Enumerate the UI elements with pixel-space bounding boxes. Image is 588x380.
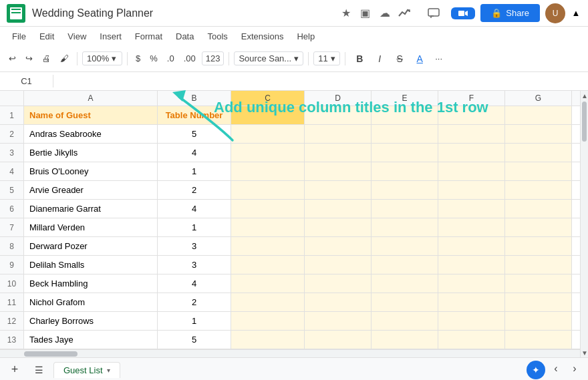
font-selector[interactable]: Source San... ▾ — [234, 51, 303, 65]
col-d-cell-9[interactable] — [305, 293, 372, 311]
table-number-header[interactable]: Table Number — [158, 106, 231, 124]
col-d-cell-10[interactable] — [305, 312, 372, 330]
meet-button[interactable] — [451, 7, 475, 19]
underline-button[interactable]: A — [410, 49, 429, 68]
col-e-cell-9[interactable] — [372, 293, 438, 311]
horizontal-scrollbar[interactable] — [0, 349, 580, 357]
table-number-cell-9[interactable]: 2 — [158, 293, 231, 311]
table-number-cell-8[interactable]: 4 — [158, 274, 231, 293]
font-size-selector[interactable]: 11 ▾ — [313, 51, 340, 65]
print-button[interactable]: 🖨 — [39, 51, 54, 65]
col-e-cell-6[interactable] — [372, 237, 438, 255]
col-f-cell-2[interactable] — [438, 162, 505, 180]
col-c-cell-10[interactable] — [231, 312, 305, 330]
col-g-cell-4[interactable] — [505, 200, 572, 218]
currency-button[interactable]: $ — [132, 51, 144, 65]
menu-tools[interactable]: Tools — [202, 30, 233, 43]
guest-name-cell-10[interactable]: Charley Borrows — [24, 312, 158, 330]
table-number-cell-7[interactable]: 3 — [158, 256, 231, 274]
guest-name-cell-0[interactable]: Andras Seabrooke — [24, 125, 158, 143]
h-scroll-thumb[interactable] — [24, 351, 78, 357]
redo-button[interactable]: ↪ — [22, 51, 36, 65]
table-number-cell-0[interactable]: 5 — [158, 125, 231, 143]
col-e-cell-8[interactable] — [372, 274, 438, 293]
col-header-e[interactable]: E — [372, 91, 438, 106]
comment-icon[interactable] — [422, 4, 446, 23]
menu-extensions[interactable]: Extensions — [236, 30, 289, 43]
col-g-cell-9[interactable] — [505, 293, 572, 311]
menu-view[interactable]: View — [62, 30, 92, 43]
col-f-cell-4[interactable] — [438, 200, 505, 218]
col-g-cell-10[interactable] — [505, 312, 572, 330]
col-c-cell-9[interactable] — [231, 293, 305, 311]
col-c-cell-8[interactable] — [231, 274, 305, 293]
col-f-cell-8[interactable] — [438, 274, 505, 293]
col-e-cell-10[interactable] — [372, 312, 438, 330]
star-icon[interactable]: ★ — [339, 5, 353, 21]
menu-edit[interactable]: Edit — [34, 30, 59, 43]
col-e-cell-3[interactable] — [372, 181, 438, 199]
col-f-cell-10[interactable] — [438, 312, 505, 330]
guest-name-cell-11[interactable]: Tades Jaye — [24, 331, 158, 349]
dec-increase-button[interactable]: .00 — [180, 51, 199, 65]
guest-name-cell-4[interactable]: Dianemarie Garrat — [24, 200, 158, 218]
col-e-header-cell[interactable] — [372, 106, 438, 124]
col-f-cell-1[interactable] — [438, 144, 505, 162]
dec-decrease-button[interactable]: .0 — [164, 51, 178, 65]
italic-button[interactable]: I — [370, 49, 389, 68]
guest-name-cell-1[interactable]: Bertie Jikylls — [24, 144, 158, 162]
vertical-scrollbar[interactable]: ▲ ▼ — [580, 91, 588, 357]
scroll-thumb[interactable] — [582, 102, 587, 142]
table-number-cell-6[interactable]: 3 — [158, 237, 231, 255]
col-f-cell-11[interactable] — [438, 331, 505, 349]
explore-button[interactable]: ✦ — [527, 361, 545, 379]
col-g-cell-2[interactable] — [505, 162, 572, 180]
menu-format[interactable]: Format — [130, 30, 168, 43]
strikethrough-button[interactable]: S — [390, 49, 409, 68]
col-c-header-cell[interactable] — [231, 106, 305, 124]
col-f-cell-0[interactable] — [438, 125, 505, 143]
format-number-button[interactable]: 123 — [202, 51, 225, 65]
table-number-cell-4[interactable]: 4 — [158, 200, 231, 218]
col-header-b[interactable]: B — [158, 91, 231, 106]
col-d-cell-11[interactable] — [305, 331, 372, 349]
col-header-d[interactable]: D — [305, 91, 372, 106]
col-g-cell-3[interactable] — [505, 181, 572, 199]
formula-input[interactable] — [53, 80, 588, 83]
col-f-header-cell[interactable] — [438, 106, 505, 124]
col-g-cell-7[interactable] — [505, 256, 572, 274]
col-e-cell-0[interactable] — [372, 125, 438, 143]
share-button[interactable]: 🔒 Share — [480, 4, 540, 22]
col-g-header-cell[interactable] — [505, 106, 572, 124]
cell-reference[interactable]: C1 — [0, 75, 53, 87]
undo-button[interactable]: ↩ — [5, 51, 19, 65]
col-header-a[interactable]: A — [24, 91, 158, 106]
menu-data[interactable]: Data — [170, 30, 199, 43]
guest-name-cell-3[interactable]: Arvie Greader — [24, 181, 158, 199]
scroll-up-button[interactable]: ▲ — [581, 91, 588, 100]
col-c-cell-1[interactable] — [231, 144, 305, 162]
col-d-header-cell[interactable] — [305, 106, 372, 124]
col-c-cell-7[interactable] — [231, 256, 305, 274]
menu-insert[interactable]: Insert — [94, 30, 127, 43]
guest-name-cell-9[interactable]: Nichol Grafom — [24, 293, 158, 311]
col-f-cell-3[interactable] — [438, 181, 505, 199]
col-d-cell-8[interactable] — [305, 274, 372, 293]
scroll-down-button[interactable]: ▼ — [581, 348, 588, 357]
name-of-guest-header[interactable]: Name of Guest — [24, 106, 158, 124]
col-header-g[interactable]: G — [505, 91, 572, 106]
table-number-cell-11[interactable]: 5 — [158, 331, 231, 349]
percent-button[interactable]: % — [146, 51, 161, 65]
col-f-cell-5[interactable] — [438, 218, 505, 236]
collapse-button[interactable]: ▲ — [571, 8, 581, 18]
col-g-cell-0[interactable] — [505, 125, 572, 143]
col-c-cell-2[interactable] — [231, 162, 305, 180]
col-g-cell-6[interactable] — [505, 237, 572, 255]
col-e-cell-7[interactable] — [372, 256, 438, 274]
col-header-f[interactable]: F — [438, 91, 505, 106]
next-nav-button[interactable]: › — [567, 361, 583, 377]
col-f-cell-7[interactable] — [438, 256, 505, 274]
col-e-cell-11[interactable] — [372, 331, 438, 349]
guest-name-cell-2[interactable]: Bruis O'Looney — [24, 162, 158, 180]
prev-nav-button[interactable]: ‹ — [548, 361, 564, 377]
